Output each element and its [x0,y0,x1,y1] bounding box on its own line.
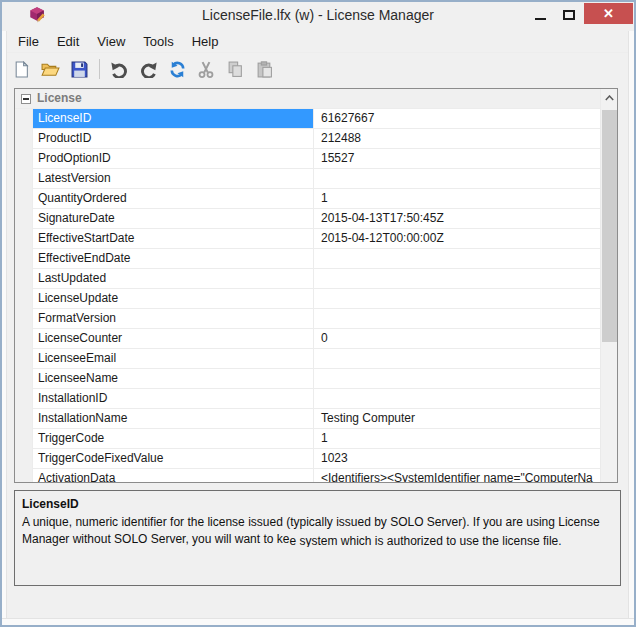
copy-pages-icon [227,61,244,78]
grid-row[interactable]: EffectiveEndDate [15,249,600,269]
minimize-button[interactable] [526,2,554,24]
property-name[interactable]: LicenseID [33,109,314,129]
refresh-button[interactable] [165,57,189,81]
property-name[interactable]: InstallationID [33,389,314,409]
property-name[interactable]: LatestVersion [33,169,314,189]
property-value[interactable]: 0 [314,329,600,349]
row-indent [15,149,33,169]
property-value[interactable]: 1 [314,189,600,209]
minimize-icon [535,18,546,20]
menu-item-help[interactable]: Help [183,31,228,52]
save-button[interactable] [67,57,91,81]
grid-row[interactable]: SignatureDate2015-04-13T17:50:45Z [15,209,600,229]
grid-row[interactable]: FormatVersion [15,309,600,329]
grid-row[interactable]: InstallationNameTesting Computer [15,409,600,429]
property-name[interactable]: TriggerCodeFixedValue [33,449,314,469]
grid-row[interactable]: LatestVersion [15,169,600,189]
property-name[interactable]: InstallationName [33,409,314,429]
toolbar-separator [99,59,100,79]
menu-item-edit[interactable]: Edit [48,31,88,52]
grid-row[interactable]: LicenseeEmail [15,349,600,369]
grid-row[interactable]: LicenseeName [15,369,600,389]
open-file-button[interactable] [38,57,62,81]
property-value[interactable] [314,369,600,389]
property-value[interactable]: Testing Computer [314,409,600,429]
property-value[interactable]: 61627667 [314,109,600,129]
property-value[interactable] [314,289,600,309]
property-name[interactable]: LicenseCounter [33,329,314,349]
grid-row[interactable]: InstallationID [15,389,600,409]
grid-row[interactable]: ProdOptionID15527 [15,149,600,169]
property-value[interactable] [314,309,600,329]
property-name[interactable]: EffectiveStartDate [33,229,314,249]
menu-item-tools[interactable]: Tools [134,31,182,52]
redo-arrow-icon [139,61,158,78]
property-value[interactable]: 1 [314,429,600,449]
property-name[interactable]: LicenseeEmail [33,349,314,369]
close-icon: ✕ [603,6,614,21]
new-file-button[interactable] [9,57,33,81]
scroll-up-button[interactable] [601,89,618,106]
grid-row[interactable]: TriggerCodeFixedValue1023 [15,449,600,469]
row-indent [15,269,33,289]
property-value[interactable]: 15527 [314,149,600,169]
property-name[interactable]: SignatureDate [33,209,314,229]
grid-row[interactable]: LastUpdated [15,269,600,289]
row-indent [15,289,33,309]
scrollbar-thumb[interactable] [602,110,617,342]
row-indent [15,369,33,389]
row-indent [15,449,33,469]
property-value[interactable] [314,269,600,289]
menu-item-file[interactable]: File [9,31,48,52]
property-name[interactable]: ProdOptionID [33,149,314,169]
property-name[interactable]: LastUpdated [33,269,314,289]
copy-button[interactable] [223,57,247,81]
property-value[interactable] [314,389,600,409]
property-value[interactable]: <Identifiers><SystemIdentifier name="Com… [314,469,600,482]
grid-row[interactable]: ActivationData<Identifiers><SystemIdenti… [15,469,600,482]
property-value[interactable] [314,249,600,269]
grid-row[interactable]: LicenseUpdate [15,289,600,309]
row-indent [15,249,33,269]
undo-button[interactable] [107,57,131,81]
new-document-icon [13,61,30,78]
grid-row[interactable]: EffectiveStartDate2015-04-12T00:00:00Z [15,229,600,249]
property-name[interactable]: LicenseUpdate [33,289,314,309]
close-button[interactable]: ✕ [584,3,633,24]
description-line1: A unique, numeric identifier for the lic… [15,514,620,530]
description-panel: LicenseID A unique, numeric identifier f… [14,490,621,586]
vertical-scrollbar[interactable] [600,89,617,482]
property-name[interactable]: LicenseeName [33,369,314,389]
property-value[interactable]: 1023 [314,449,600,469]
grid-row[interactable]: QuantityOrdered1 [15,189,600,209]
menu-bar: FileEditViewToolsHelp [2,31,634,53]
property-value[interactable]: 212488 [314,129,600,149]
row-indent [15,329,33,349]
property-name[interactable]: TriggerCode [33,429,314,449]
grid-row[interactable]: ProductID212488 [15,129,600,149]
row-indent [15,109,33,129]
paste-button[interactable] [252,57,276,81]
grid-row[interactable]: LicenseCounter0 [15,329,600,349]
cut-button[interactable] [194,57,218,81]
description-title: LicenseID [15,491,620,514]
property-value[interactable]: 2015-04-13T17:50:45Z [314,209,600,229]
menu-item-view[interactable]: View [88,31,134,52]
row-indent [15,409,33,429]
collapse-minus-icon[interactable] [21,94,31,104]
property-name[interactable]: QuantityOrdered [33,189,314,209]
property-name[interactable]: ProductID [33,129,314,149]
property-name[interactable]: FormatVersion [33,309,314,329]
property-name[interactable]: EffectiveEndDate [33,249,314,269]
row-indent [15,209,33,229]
redo-button[interactable] [136,57,160,81]
property-value[interactable] [314,169,600,189]
property-value[interactable]: 2015-04-12T00:00:00Z [314,229,600,249]
property-name[interactable]: ActivationData [33,469,314,482]
grid-row[interactable]: TriggerCode1 [15,429,600,449]
category-header[interactable]: License [15,89,600,109]
maximize-button[interactable] [556,2,582,24]
row-indent [15,349,33,369]
property-value[interactable] [314,349,600,369]
grid-row[interactable]: LicenseID61627667 [15,109,600,129]
